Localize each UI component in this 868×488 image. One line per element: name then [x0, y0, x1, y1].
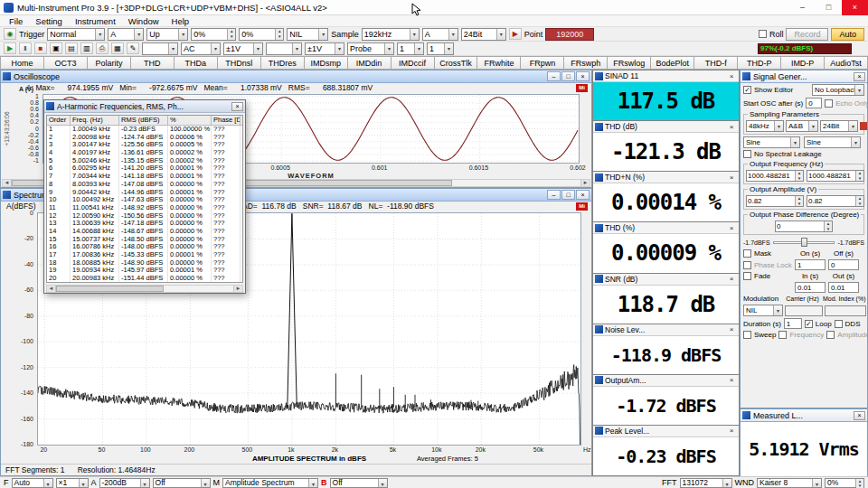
roll-checkbox[interactable]: [759, 30, 767, 38]
maximize-button[interactable]: □: [816, 0, 842, 15]
scroll-left-icon[interactable]: ◄: [3, 180, 12, 186]
close-icon[interactable]: ×: [726, 123, 737, 131]
close-icon[interactable]: ×: [726, 72, 737, 80]
menu-window[interactable]: Window: [122, 16, 165, 26]
echo-only-checkbox[interactable]: [825, 99, 833, 108]
probe-select[interactable]: Probe▾: [347, 42, 394, 55]
duration-input[interactable]: 1: [784, 318, 802, 329]
sampling-bits-select[interactable]: 24Bit▾: [461, 28, 506, 41]
scroll-right-icon[interactable]: ►: [233, 286, 242, 292]
window-function-select[interactable]: Kaiser 8▾: [757, 478, 822, 488]
fade-out-input[interactable]: 0.01: [828, 282, 859, 293]
auto-button[interactable]: Auto: [831, 28, 864, 41]
run-icon[interactable]: ▶: [4, 42, 16, 54]
sweep-checkbox[interactable]: [743, 331, 751, 339]
waveform-b-select[interactable]: Sine▾: [804, 136, 861, 148]
harmonic-row[interactable]: 22.00098 kHz-124.74 dBFS0.00006 %???: [47, 134, 242, 142]
snapshot-icon[interactable]: ▣: [50, 42, 62, 54]
tab-crosstlk[interactable]: CrossTlk: [435, 56, 478, 70]
record-length-field[interactable]: 192000: [545, 28, 594, 41]
tab-frswlog[interactable]: FRswlog: [608, 56, 651, 70]
menu-instrument[interactable]: Instrument: [69, 16, 122, 26]
trigger-source-select[interactable]: A▾: [108, 28, 144, 41]
b-processing-select[interactable]: Off▾: [330, 478, 388, 488]
harmonic-row[interactable]: 1212.00590 kHz-150.56 dBFS0.00000 %???: [47, 212, 242, 221]
probe-b-select[interactable]: 1▾: [427, 42, 454, 55]
tab-imd-p[interactable]: IMD-P: [781, 56, 825, 70]
zoom-select[interactable]: ×1▾: [56, 478, 89, 488]
scope-maximize-button[interactable]: □: [561, 71, 575, 81]
tab-thd-p[interactable]: THD-P: [738, 56, 781, 70]
fade-checkbox[interactable]: [743, 272, 751, 280]
mod-index-input[interactable]: [825, 305, 866, 316]
print-icon[interactable]: ⎙: [96, 42, 108, 54]
trigger-mode-select[interactable]: Normal▾: [47, 28, 105, 41]
close-icon[interactable]: ×: [726, 325, 737, 333]
harmonic-row[interactable]: 1313.00639 kHz-147.18 dBFS0.00000 %???: [47, 220, 242, 228]
menu-file[interactable]: File: [3, 16, 29, 26]
input-a-select[interactable]: ▾: [142, 42, 178, 55]
stop-icon[interactable]: ■: [34, 42, 47, 54]
tab-bodeplot[interactable]: BodePlot: [651, 56, 694, 70]
gen-channels-select[interactable]: A&B▾: [786, 120, 818, 132]
tab-oct3[interactable]: OCT3: [44, 56, 88, 70]
trigger-level-input[interactable]: 0%▴▾: [191, 28, 236, 41]
close-icon[interactable]: ×: [726, 224, 737, 232]
mask-checkbox[interactable]: [743, 249, 751, 258]
phase-lock-checkbox[interactable]: [743, 261, 751, 269]
harmonic-row[interactable]: 99.00442 kHz-144.96 dBFS0.00001 %???: [47, 189, 242, 197]
spectrum-minimize-button[interactable]: –: [547, 190, 561, 200]
sampling-rate-select[interactable]: 192kHz▾: [362, 28, 420, 41]
scope-close-button[interactable]: ×: [576, 71, 590, 81]
probe-a-select[interactable]: 1▾: [397, 42, 424, 55]
sampling-channel-select[interactable]: A▾: [422, 28, 458, 41]
menu-help[interactable]: Help: [165, 16, 196, 26]
gen-rate-select[interactable]: 48kHz▾: [746, 120, 784, 132]
spectrum-close-button[interactable]: ×: [576, 190, 590, 200]
start-osc-input[interactable]: 0: [806, 98, 822, 108]
generator-close-icon[interactable]: ×: [854, 72, 865, 81]
output-frequency-b-input[interactable]: 1000.488281▴▾: [807, 170, 864, 182]
harmonic-row[interactable]: 44.00197 kHz-136.61 dBFS0.00002 %???: [47, 149, 242, 157]
harmonic-row[interactable]: 1414.00688 kHz-148.67 dBFS0.00000 %???: [47, 228, 242, 236]
harmonic-row[interactable]: 1818.00885 kHz-148.90 dBFS0.00000 %???: [47, 259, 242, 267]
open-icon[interactable]: ▤: [65, 42, 78, 54]
harmonic-row[interactable]: 1616.00786 kHz-148.00 dBFS0.00000 %???: [47, 243, 242, 251]
oscilloscope-title-bar[interactable]: Oscilloscope – □ ×: [1, 70, 591, 83]
minimize-button[interactable]: –: [789, 0, 816, 15]
harmonic-row[interactable]: 33.00147 kHz-125.56 dBFS0.00005 %???: [47, 141, 242, 149]
input-b-select[interactable]: ▾: [266, 42, 302, 55]
tab-frwhite[interactable]: FRwhite: [477, 56, 521, 70]
harmonic-row[interactable]: 11.00049 kHz-0.23 dBFS100.00000 %???: [47, 126, 242, 134]
advance-icon[interactable]: ▶: [509, 28, 522, 40]
record-button[interactable]: Record: [786, 28, 828, 41]
modulation-select[interactable]: NIL▾: [743, 305, 783, 316]
loopback-select[interactable]: No Loopback▾: [812, 84, 864, 96]
menu-setting[interactable]: Setting: [29, 16, 69, 26]
harmonic-row[interactable]: 1919.00934 kHz-145.97 dBFS0.00001 %???: [47, 267, 242, 275]
tab-home[interactable]: Home: [0, 56, 44, 70]
close-icon[interactable]: ×: [726, 427, 737, 435]
fft-size-select[interactable]: 131072▾: [680, 478, 732, 488]
output-phase-input[interactable]: 0▴▾: [775, 221, 833, 232]
pause-icon[interactable]: ‖: [19, 42, 32, 54]
scroll-right-icon[interactable]: ►: [580, 180, 590, 186]
output-amplitude-b-input[interactable]: 0.82▴▾: [807, 195, 864, 207]
measured-close-icon[interactable]: ×: [854, 411, 865, 420]
scroll-left-icon[interactable]: ◄: [47, 286, 56, 292]
tab-thdres[interactable]: THDres: [261, 56, 305, 70]
show-editor-checkbox[interactable]: [743, 86, 751, 94]
range-b-select[interactable]: ±1V▾: [305, 42, 344, 55]
settings-icon[interactable]: ✎: [127, 42, 139, 54]
fade-in-input[interactable]: 0.01: [795, 282, 826, 293]
copy-icon[interactable]: ▦: [111, 42, 124, 54]
harmonics-close-icon[interactable]: ×: [231, 102, 243, 111]
trigger-edge-select[interactable]: Up▾: [146, 28, 188, 41]
spectrum-maximize-button[interactable]: □: [561, 190, 575, 200]
a-processing-select[interactable]: Off▾: [153, 478, 211, 488]
harmonic-row[interactable]: 1111.00541 kHz-148.92 dBFS0.00000 %???: [47, 204, 242, 212]
output-frequency-a-input[interactable]: 1000.488281▴▾: [746, 170, 804, 182]
tab-imdccif[interactable]: IMDccif: [392, 56, 435, 70]
output-amplitude-a-input[interactable]: 0.82▴▾: [746, 195, 804, 207]
coupling-select[interactable]: AC▾: [181, 42, 221, 55]
